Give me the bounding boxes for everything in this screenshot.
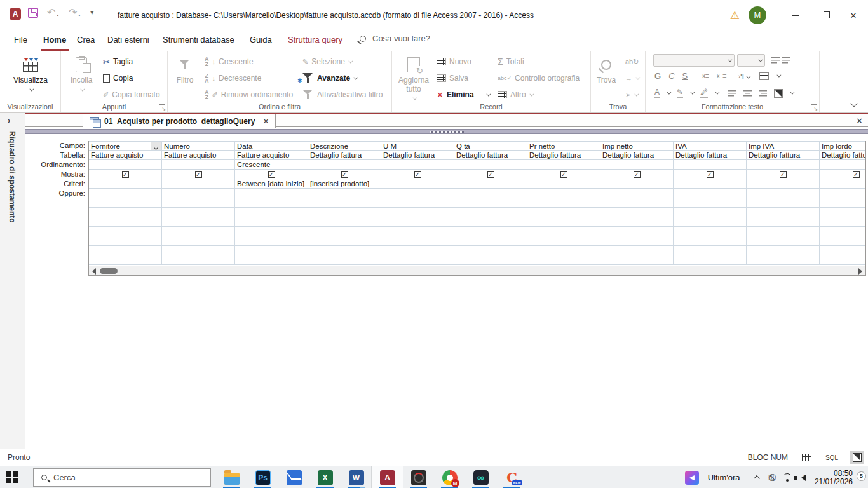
find-button[interactable]: Trova <box>592 54 620 85</box>
decrease-indent-icon[interactable]: ⇥≡ <box>699 72 709 80</box>
empty-cell[interactable] <box>89 236 162 246</box>
alternate-row-color-icon[interactable] <box>774 89 783 98</box>
show-checkbox[interactable]: ✓ <box>268 171 275 178</box>
empty-cell[interactable] <box>674 217 747 227</box>
empty-cell[interactable] <box>89 246 162 255</box>
tab-close-icon[interactable]: ✕ <box>260 117 269 126</box>
taskbar-webex[interactable] <box>465 466 496 488</box>
format-dialog-launcher-icon[interactable] <box>811 104 817 110</box>
empty-cell[interactable] <box>235 198 308 208</box>
field-dropdown-button[interactable] <box>151 142 161 151</box>
empty-cell[interactable] <box>308 198 381 208</box>
undo-icon[interactable]: ↶⌄ <box>47 6 60 18</box>
font-size-select[interactable] <box>737 54 765 67</box>
taskbar-camera-raw[interactable] <box>403 466 434 488</box>
taskbar-file-explorer[interactable] <box>216 466 247 488</box>
table-cell[interactable]: Dettaglio fattura <box>454 151 527 160</box>
criteria-cell[interactable] <box>381 179 454 189</box>
goto-button[interactable]: → <box>623 70 639 86</box>
or-cell[interactable] <box>454 189 527 198</box>
field-cell[interactable]: Descrizione <box>308 141 381 151</box>
wifi-icon[interactable] <box>782 474 792 482</box>
show-checkbox[interactable]: ✓ <box>414 171 421 178</box>
bullet-list-icon[interactable] <box>771 57 780 64</box>
empty-cell[interactable] <box>235 217 308 227</box>
or-cell[interactable] <box>308 189 381 198</box>
empty-cell[interactable] <box>747 227 820 236</box>
or-cell[interactable] <box>381 189 454 198</box>
empty-cell[interactable] <box>454 255 527 265</box>
empty-cell[interactable] <box>162 208 235 217</box>
field-cell[interactable]: IVA <box>674 141 747 151</box>
empty-cell[interactable] <box>527 246 600 255</box>
criteria-cell[interactable] <box>600 179 674 189</box>
empty-cell[interactable] <box>747 208 820 217</box>
tab-home[interactable]: Home <box>41 30 69 51</box>
datasheet-view-button[interactable] <box>799 451 813 464</box>
italic-button[interactable]: C <box>668 71 674 81</box>
empty-cell[interactable] <box>235 236 308 246</box>
empty-cell[interactable] <box>235 208 308 217</box>
empty-cell[interactable] <box>308 217 381 227</box>
new-record-button[interactable]: Nuovo <box>434 53 489 70</box>
criteria-cell[interactable] <box>747 179 820 189</box>
empty-cell[interactable] <box>162 246 235 255</box>
show-cell[interactable]: ✓ <box>235 170 308 179</box>
horizontal-scrollbar[interactable] <box>89 266 865 275</box>
sort-cell[interactable] <box>747 160 820 170</box>
spelling-button[interactable]: abc✓ Controllo ortografia <box>495 70 580 86</box>
field-cell[interactable]: Fornitore <box>89 141 162 151</box>
refresh-all-button[interactable]: Aggiorna tutto <box>396 54 431 102</box>
select-button[interactable]: ➢ <box>623 86 639 103</box>
empty-cell[interactable] <box>89 198 162 208</box>
sort-cell[interactable] <box>162 160 235 170</box>
empty-cell[interactable] <box>89 208 162 217</box>
sort-cell[interactable]: Crescente <box>235 160 308 170</box>
show-checkbox[interactable]: ✓ <box>780 171 787 178</box>
field-cell[interactable]: U M <box>381 141 454 151</box>
sort-cell[interactable] <box>308 160 381 170</box>
taskbar-word[interactable]: W <box>341 466 372 488</box>
empty-cell[interactable] <box>162 227 235 236</box>
expand-nav-pane-icon[interactable]: › <box>8 116 17 125</box>
empty-cell[interactable] <box>308 255 381 265</box>
taskbar-scanner[interactable] <box>278 466 309 488</box>
scroll-right-icon[interactable] <box>858 268 862 274</box>
empty-cell[interactable] <box>235 227 308 236</box>
volume-icon[interactable] <box>801 475 806 481</box>
scrollbar-thumb[interactable] <box>100 268 118 274</box>
empty-cell[interactable] <box>454 208 527 217</box>
gridlines-icon[interactable] <box>759 72 769 80</box>
tab-guida[interactable]: Guida <box>247 30 275 51</box>
empty-cell[interactable] <box>747 217 820 227</box>
remove-sort-button[interactable]: AZ✐ Rimuovi ordinamento <box>202 86 293 103</box>
show-checkbox[interactable]: ✓ <box>122 171 129 178</box>
show-checkbox[interactable]: ✓ <box>707 171 714 178</box>
criteria-cell[interactable] <box>454 179 527 189</box>
ethernet-status-icon[interactable]: ⚿⃠ <box>769 473 773 482</box>
start-button[interactable] <box>6 471 18 483</box>
empty-cell[interactable] <box>674 255 747 265</box>
empty-cell[interactable] <box>674 236 747 246</box>
empty-cell[interactable] <box>162 236 235 246</box>
clock[interactable]: 08:50 21/01/2026 <box>815 470 853 486</box>
criteria-cell[interactable]: [inserisci prodotto] <box>308 179 381 189</box>
collapse-ribbon-icon[interactable] <box>850 100 857 107</box>
customize-qat-icon[interactable]: ▾ <box>90 9 93 16</box>
empty-cell[interactable] <box>381 217 454 227</box>
table-cell[interactable]: Fatture acquisto <box>89 151 162 160</box>
table-cell[interactable]: Dettaglio fattura <box>308 151 381 160</box>
cut-button[interactable]: ✂ Taglia <box>100 53 160 70</box>
empty-cell[interactable] <box>527 255 600 265</box>
paste-button[interactable]: Incolla <box>66 54 97 93</box>
show-checkbox[interactable]: ✓ <box>487 171 494 178</box>
empty-cell[interactable] <box>747 246 820 255</box>
filter-button[interactable]: Filtro <box>170 54 200 85</box>
criteria-cell[interactable] <box>162 179 235 189</box>
empty-cell[interactable] <box>89 227 162 236</box>
toggle-filter-button[interactable]: Attiva/disattiva filtro <box>300 86 383 103</box>
taskbar-chrome[interactable] <box>434 466 465 488</box>
tab-dati-esterni[interactable]: Dati esterni <box>105 30 152 51</box>
or-cell[interactable] <box>162 189 235 198</box>
field-cell[interactable]: Data <box>235 141 308 151</box>
